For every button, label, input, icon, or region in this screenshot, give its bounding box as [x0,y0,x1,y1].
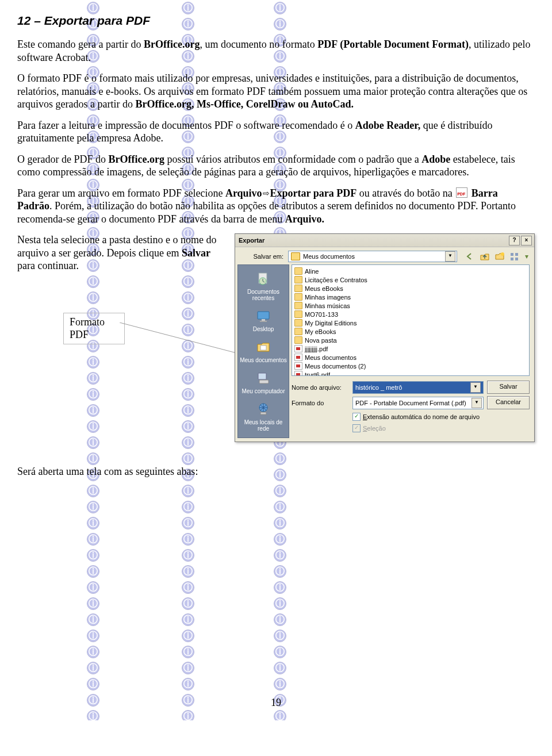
list-item-label: Aline [305,268,319,275]
type-select[interactable]: PDF - Portable Document Format (.pdf) ▼ [352,397,484,409]
save-button[interactable]: Salvar [487,381,530,394]
p1-text-a: Este comando gera a partir do [17,39,144,50]
folder-icon [294,285,302,292]
type-label: Formato do [292,400,349,406]
selection-checkbox: ✓ [352,424,361,432]
auto-extension-label[interactable]: Extensão automática do nome de arquivo [363,413,480,420]
svg-rect-15 [260,412,266,415]
svg-rect-3 [515,253,518,256]
list-item[interactable]: MO701-133 [294,310,527,318]
folder-icon [294,328,302,335]
type-value: PDF - Portable Document Format (.pdf) [355,400,466,406]
list-item[interactable]: Minhas imagens [294,293,527,301]
list-item[interactable]: trurt6.pdf [294,370,527,376]
page-title: 12 – Exportar para PDF [17,14,535,28]
pdf-file-icon [294,345,302,352]
p5-text-d: ou através do botão na [356,187,455,199]
chevron-down-icon[interactable]: ▼ [445,251,455,262]
p1-text-c: , um documento no formato [200,39,317,50]
place-mydocs[interactable]: Meus documentos [238,336,289,367]
close-button[interactable]: × [521,236,532,245]
list-item-label: Nova pasta [305,337,337,344]
place-recent[interactable]: Documentos recentes [238,267,289,305]
paragraph-1: Este comando gera a partir do BrOffice.o… [17,38,535,64]
list-item[interactable]: My Digital Editions [294,318,527,327]
paragraph-5: Para gerar um arquivo em formato PDF sel… [17,187,535,226]
folder-icon [294,336,302,344]
selection-label: Seleção [363,425,386,432]
place-mydocs-label: Meus documentos [240,357,287,363]
p5-text-g: Arquivo. [285,213,324,225]
savein-combo[interactable]: Meus documentos ▼ [288,251,457,262]
paragraph-3: Para fazer a leitura e impressão de docu… [17,119,535,145]
list-item-label: Licitações e Contratos [305,277,367,283]
p4-text-a: O gerador de PDF do [17,153,108,165]
list-item[interactable]: Meus documentos [294,353,527,362]
place-mycomp[interactable]: Meu computador [238,367,289,398]
p4-text-d: Adobe [421,153,450,165]
back-icon[interactable] [464,251,476,262]
svg-rect-2 [511,253,513,256]
new-folder-icon[interactable] [494,251,505,262]
svg-rect-10 [260,321,267,322]
p5-text-f: . Porém, a utilização do botão não habil… [17,200,516,225]
page-number: 19 [17,697,535,709]
list-item[interactable]: Meus documentos (2) [294,362,527,370]
list-item-label: My Digital Editions [305,320,356,327]
paragraph-4: O gerador de PDF do BrOffice.org possui … [17,153,535,179]
p3-text-a: Para fazer a leitura e impressão de docu… [17,120,355,131]
dialog-titlebar: Exportar ? × [235,234,534,247]
p5-text-a: Para gerar um arquivo em formato PDF sel… [17,187,225,199]
place-recent-label: Documentos recentes [239,289,288,301]
p1-text-d: PDF (Portable Document Format) [317,39,469,50]
place-network-label: Meus locais de rede [239,419,288,432]
list-item[interactable]: Licitações e Contratos [294,275,527,284]
up-one-level-icon[interactable] [479,251,490,262]
list-item[interactable]: Aline [294,267,527,275]
svg-rect-9 [262,319,265,321]
views-icon[interactable] [509,251,520,262]
arrow-right-icon: ⇨ [263,189,270,199]
filename-value: histórico _ metrô [355,384,402,391]
pdf-toolbar-icon [456,187,467,198]
svg-rect-8 [258,312,269,319]
callout-line2: PDF [70,329,89,340]
list-item-label: trurt6.pdf [305,371,330,377]
callout-line1: Formato [70,316,105,328]
list-item[interactable]: Meus eBooks [294,284,527,293]
paragraph-7: Será aberta uma tela com as seguintes ab… [17,465,535,478]
list-item-label: Meus documentos [305,354,356,361]
list-item[interactable]: Nova pasta [294,336,527,344]
place-desktop-label: Desktop [253,326,274,332]
network-places-icon [254,401,273,417]
pdf-file-icon [294,371,302,376]
desktop-icon [254,308,273,324]
auto-extension-checkbox[interactable]: ✓ [352,413,361,421]
place-desktop[interactable]: Desktop [238,305,289,336]
list-item[interactable]: Minhas músicas [294,301,527,310]
svg-rect-4 [511,258,513,260]
list-item-label: jjjjjjjjj.pdf [305,346,328,352]
svg-point-1 [501,252,504,256]
list-item-label: Meus eBooks [305,285,343,292]
savein-row: Salvar em: Meus documentos ▼ ▾ [235,247,534,264]
paragraph-6: Nesta tela selecione a pasta destino e o… [17,233,230,273]
type-dropdown-icon[interactable]: ▼ [471,398,482,408]
views-dropdown-icon[interactable]: ▾ [524,251,530,262]
p5-text-c: Exportar para PDF [270,187,357,199]
list-item-label: Minhas imagens [305,294,351,301]
list-item[interactable]: My eBooks [294,327,527,336]
folder-icon [291,252,300,260]
cancel-button[interactable]: Cancelar [487,396,530,409]
screenshot-section: Nesta tela selecione a pasta destino e o… [17,233,535,442]
file-list[interactable]: AlineLicitações e ContratosMeus eBooksMi… [292,264,530,376]
place-network[interactable]: Meus locais de rede [238,398,289,435]
list-item-label: MO701-133 [305,311,338,318]
filename-input[interactable]: histórico _ metrô ▼ [352,381,484,394]
recent-documents-icon [254,271,273,287]
help-button[interactable]: ? [509,236,520,245]
svg-rect-5 [515,258,518,260]
svg-rect-13 [259,380,269,383]
list-item[interactable]: jjjjjjjjj.pdf [294,344,527,353]
filename-dropdown-icon[interactable]: ▼ [470,382,481,393]
